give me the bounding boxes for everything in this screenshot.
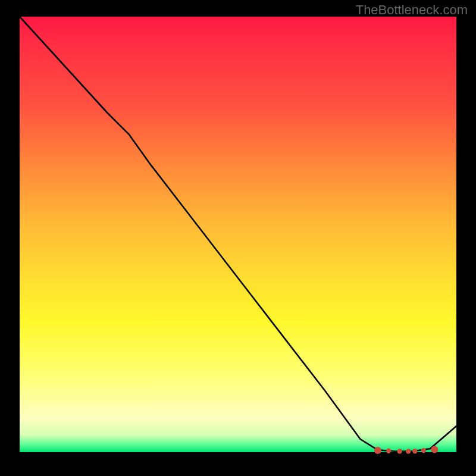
highlight-marker — [412, 449, 417, 453]
highlight-marker — [406, 449, 411, 453]
chart-svg — [20, 17, 456, 452]
highlight-marker — [431, 446, 438, 453]
highlight-marker — [421, 448, 426, 453]
line-series-curve — [20, 17, 456, 452]
highlight-marker — [374, 447, 381, 454]
highlight-marker — [397, 449, 402, 453]
highlight-marker — [386, 449, 391, 453]
watermark-label: TheBottleneck.com — [356, 2, 468, 18]
